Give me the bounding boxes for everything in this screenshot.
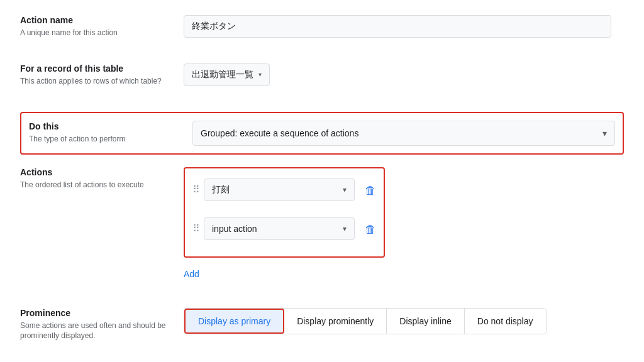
record-table-label-col: For a record of this table This action a… bbox=[20, 63, 184, 87]
action-name-input[interactable] bbox=[184, 15, 611, 38]
do-this-control: Grouped: execute a sequence of actions ▾ bbox=[192, 121, 615, 146]
action-1-dropdown[interactable]: 打刻 ▾ bbox=[204, 178, 355, 201]
prominence-none-button[interactable]: Do not display bbox=[465, 309, 546, 334]
record-table-dropdown[interactable]: 出退勤管理一覧 ▾ bbox=[184, 63, 270, 86]
do-this-desc: The type of action to perform bbox=[29, 134, 177, 145]
action-2-value: input action bbox=[212, 224, 257, 234]
action-2-dropdown[interactable]: input action ▾ bbox=[204, 217, 355, 240]
record-table-label: For a record of this table bbox=[20, 63, 169, 74]
action-1-chevron-icon: ▾ bbox=[343, 185, 347, 194]
prominence-label-col: Prominence Some actions are used often a… bbox=[20, 308, 184, 342]
action-1-value: 打刻 bbox=[212, 184, 230, 195]
action-name-control bbox=[184, 15, 624, 38]
drag-handle-1-icon[interactable]: ⠿ bbox=[192, 184, 199, 195]
action-2-delete-button[interactable]: 🗑 bbox=[362, 221, 379, 239]
action-name-label-col: Action name A unique name for this actio… bbox=[20, 15, 184, 38]
prominence-prominently-button[interactable]: Display prominently bbox=[284, 309, 387, 334]
trash-1-icon: 🗑 bbox=[365, 184, 376, 197]
record-table-desc: This action applies to rows of which tab… bbox=[20, 76, 169, 87]
record-table-chevron-icon: ▾ bbox=[258, 71, 262, 78]
do-this-value: Grouped: execute a sequence of actions bbox=[201, 128, 358, 138]
do-this-label-col: Do this The type of action to perform bbox=[29, 121, 192, 145]
prominence-button-group: Display as primary Display prominently D… bbox=[184, 308, 547, 334]
action-item-1: ⠿ 打刻 ▾ 🗑 bbox=[190, 173, 379, 209]
record-table-value: 出退勤管理一覧 bbox=[192, 69, 253, 80]
prominence-label: Prominence bbox=[20, 308, 169, 318]
action-name-label: Action name bbox=[20, 15, 169, 25]
action-1-delete-button[interactable]: 🗑 bbox=[362, 182, 379, 200]
record-table-select-wrapper: 出退勤管理一覧 ▾ bbox=[184, 63, 270, 86]
action-item-2: ⠿ input action ▾ 🗑 bbox=[190, 212, 379, 248]
actions-control: ⠿ 打刻 ▾ 🗑 ⠿ input action ▾ bbox=[184, 167, 624, 283]
do-this-dropdown[interactable]: Grouped: execute a sequence of actions ▾ bbox=[192, 121, 615, 146]
actions-label: Actions bbox=[20, 167, 169, 177]
prominence-inline-button[interactable]: Display inline bbox=[387, 309, 464, 334]
prominence-primary-button[interactable]: Display as primary bbox=[184, 309, 284, 334]
actions-list-box: ⠿ 打刻 ▾ 🗑 ⠿ input action ▾ bbox=[184, 167, 385, 258]
drag-handle-2-icon[interactable]: ⠿ bbox=[192, 222, 199, 234]
do-this-label: Do this bbox=[29, 121, 177, 131]
prominence-desc: Some actions are used often and should b… bbox=[20, 321, 169, 342]
record-table-control: 出退勤管理一覧 ▾ bbox=[184, 63, 624, 86]
action-name-desc: A unique name for this action bbox=[20, 28, 169, 38]
do-this-chevron-icon: ▾ bbox=[602, 128, 607, 138]
action-2-chevron-icon: ▾ bbox=[343, 224, 347, 233]
trash-2-icon: 🗑 bbox=[365, 223, 376, 236]
add-action-button[interactable]: Add bbox=[184, 265, 199, 283]
actions-desc: The ordered list of actions to execute bbox=[20, 180, 169, 190]
actions-label-col: Actions The ordered list of actions to e… bbox=[20, 167, 184, 190]
prominence-control: Display as primary Display prominently D… bbox=[184, 308, 624, 334]
